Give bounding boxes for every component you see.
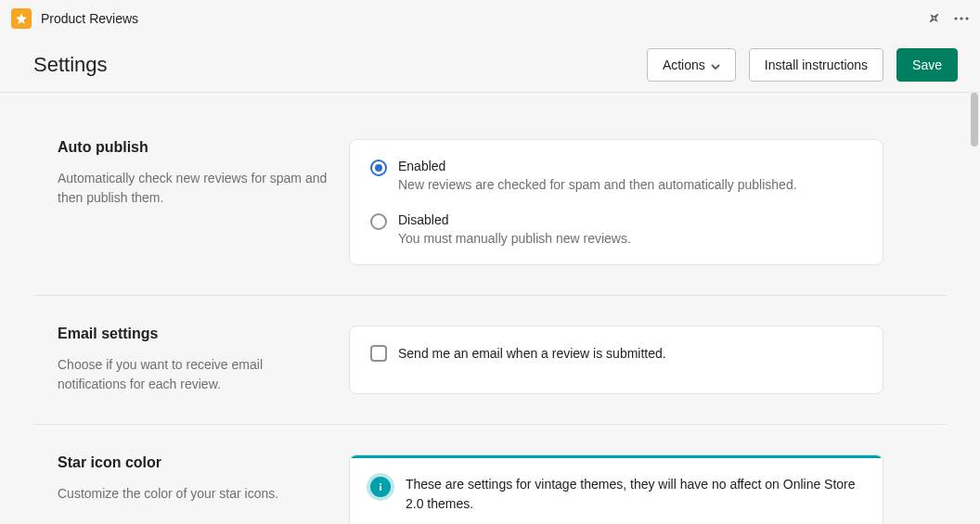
svg-point-2 [965, 17, 968, 19]
email-checkbox-label: Send me an email when a review is submit… [398, 346, 666, 361]
radio-label: Enabled [398, 159, 862, 173]
app-title: Product Reviews [41, 11, 138, 26]
svg-point-0 [954, 17, 957, 19]
scrollbar-thumb[interactable] [971, 93, 978, 147]
save-button[interactable]: Save [896, 48, 958, 82]
app-icon [11, 8, 32, 29]
section-title: Email settings [58, 326, 330, 342]
radio-body: Enabled New reviews are checked for spam… [398, 159, 862, 192]
radio-help: You must manually publish new reviews. [398, 231, 862, 246]
svg-rect-4 [380, 486, 381, 491]
section-desc: Customize the color of your star icons. [58, 484, 330, 504]
actions-button-label: Actions [663, 58, 705, 72]
star-icon [15, 12, 28, 25]
info-banner: These are settings for vintage themes, t… [350, 455, 883, 524]
header-actions: Actions Install instructions Save [647, 48, 958, 82]
star-color-card: These are settings for vintage themes, t… [349, 454, 883, 524]
chevron-down-icon [711, 58, 720, 72]
info-icon [370, 477, 391, 497]
more-icon[interactable] [954, 17, 969, 20]
svg-point-3 [380, 483, 381, 485]
page-title: Settings [33, 53, 108, 77]
section-info: Email settings Choose if you want to rec… [33, 326, 330, 394]
content: Auto publish Automatically check new rev… [0, 93, 980, 524]
svg-point-1 [960, 17, 962, 19]
section-desc: Automatically check new reviews for spam… [58, 169, 330, 208]
radio-enabled[interactable] [370, 160, 387, 176]
app-bar: Product Reviews [0, 0, 980, 37]
section-title: Star icon color [58, 454, 330, 471]
section-star-icon-color: Star icon color Customize the color of y… [33, 454, 947, 524]
radio-disabled[interactable] [370, 213, 387, 230]
page-header: Settings Actions Install instructions Sa… [0, 37, 980, 93]
section-info: Auto publish Automatically check new rev… [33, 139, 330, 265]
radio-option-enabled[interactable]: Enabled New reviews are checked for spam… [370, 159, 862, 192]
pin-icon[interactable] [926, 11, 941, 26]
section-info: Star icon color Customize the color of y… [33, 454, 330, 524]
app-bar-right [926, 11, 969, 26]
email-checkbox-row[interactable]: Send me an email when a review is submit… [370, 345, 862, 362]
install-instructions-button[interactable]: Install instructions [749, 48, 883, 82]
radio-body: Disabled You must manually publish new r… [398, 212, 862, 246]
scrollbar[interactable] [969, 93, 980, 524]
app-bar-left: Product Reviews [11, 8, 138, 29]
radio-option-disabled[interactable]: Disabled You must manually publish new r… [370, 212, 862, 246]
section-title: Auto publish [58, 139, 330, 156]
section-email-settings: Email settings Choose if you want to rec… [33, 326, 947, 425]
banner-text: These are settings for vintage themes, t… [406, 475, 862, 514]
radio-help: New reviews are checked for spam and the… [398, 177, 862, 192]
auto-publish-card: Enabled New reviews are checked for spam… [349, 139, 883, 265]
email-checkbox[interactable] [370, 345, 387, 362]
actions-button[interactable]: Actions [647, 48, 736, 82]
email-settings-card: Send me an email when a review is submit… [349, 326, 883, 394]
section-auto-publish: Auto publish Automatically check new rev… [33, 139, 947, 296]
radio-label: Disabled [398, 212, 862, 227]
section-desc: Choose if you want to receive email noti… [58, 355, 330, 394]
